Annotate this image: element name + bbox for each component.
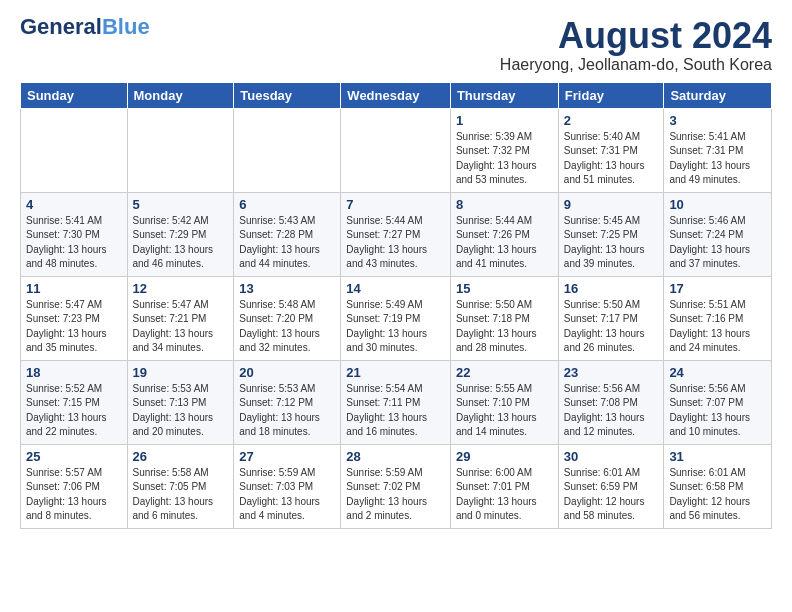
day-info: Sunrise: 6:01 AM Sunset: 6:59 PM Dayligh… <box>564 466 659 524</box>
day-info: Sunrise: 5:43 AM Sunset: 7:28 PM Dayligh… <box>239 214 335 272</box>
day-info: Sunrise: 5:49 AM Sunset: 7:19 PM Dayligh… <box>346 298 445 356</box>
day-number: 5 <box>133 197 229 212</box>
day-info: Sunrise: 5:41 AM Sunset: 7:30 PM Dayligh… <box>26 214 122 272</box>
day-number: 24 <box>669 365 766 380</box>
day-number: 30 <box>564 449 659 464</box>
day-info: Sunrise: 5:47 AM Sunset: 7:23 PM Dayligh… <box>26 298 122 356</box>
table-row: 28Sunrise: 5:59 AM Sunset: 7:02 PM Dayli… <box>341 444 451 528</box>
day-info: Sunrise: 5:42 AM Sunset: 7:29 PM Dayligh… <box>133 214 229 272</box>
table-row: 14Sunrise: 5:49 AM Sunset: 7:19 PM Dayli… <box>341 276 451 360</box>
table-row <box>21 108 128 192</box>
header-sunday: Sunday <box>21 82 128 108</box>
table-row: 9Sunrise: 5:45 AM Sunset: 7:25 PM Daylig… <box>558 192 664 276</box>
day-number: 11 <box>26 281 122 296</box>
header: GeneralBlue August 2024 Haeryong, Jeolla… <box>20 16 772 74</box>
day-info: Sunrise: 5:46 AM Sunset: 7:24 PM Dayligh… <box>669 214 766 272</box>
day-info: Sunrise: 5:45 AM Sunset: 7:25 PM Dayligh… <box>564 214 659 272</box>
header-friday: Friday <box>558 82 664 108</box>
table-row: 15Sunrise: 5:50 AM Sunset: 7:18 PM Dayli… <box>450 276 558 360</box>
location-title: Haeryong, Jeollanam-do, South Korea <box>500 56 772 74</box>
day-number: 1 <box>456 113 553 128</box>
table-row: 17Sunrise: 5:51 AM Sunset: 7:16 PM Dayli… <box>664 276 772 360</box>
table-row: 31Sunrise: 6:01 AM Sunset: 6:58 PM Dayli… <box>664 444 772 528</box>
header-thursday: Thursday <box>450 82 558 108</box>
day-info: Sunrise: 5:56 AM Sunset: 7:08 PM Dayligh… <box>564 382 659 440</box>
logo-text: GeneralBlue <box>20 16 150 38</box>
day-number: 16 <box>564 281 659 296</box>
table-row: 24Sunrise: 5:56 AM Sunset: 7:07 PM Dayli… <box>664 360 772 444</box>
day-number: 23 <box>564 365 659 380</box>
header-saturday: Saturday <box>664 82 772 108</box>
calendar-table: Sunday Monday Tuesday Wednesday Thursday… <box>20 82 772 529</box>
calendar-week-row: 4Sunrise: 5:41 AM Sunset: 7:30 PM Daylig… <box>21 192 772 276</box>
day-info: Sunrise: 5:54 AM Sunset: 7:11 PM Dayligh… <box>346 382 445 440</box>
table-row: 8Sunrise: 5:44 AM Sunset: 7:26 PM Daylig… <box>450 192 558 276</box>
table-row: 22Sunrise: 5:55 AM Sunset: 7:10 PM Dayli… <box>450 360 558 444</box>
day-number: 10 <box>669 197 766 212</box>
day-number: 31 <box>669 449 766 464</box>
table-row: 21Sunrise: 5:54 AM Sunset: 7:11 PM Dayli… <box>341 360 451 444</box>
table-row: 13Sunrise: 5:48 AM Sunset: 7:20 PM Dayli… <box>234 276 341 360</box>
day-info: Sunrise: 5:53 AM Sunset: 7:12 PM Dayligh… <box>239 382 335 440</box>
table-row <box>234 108 341 192</box>
day-info: Sunrise: 5:59 AM Sunset: 7:02 PM Dayligh… <box>346 466 445 524</box>
table-row: 25Sunrise: 5:57 AM Sunset: 7:06 PM Dayli… <box>21 444 128 528</box>
title-area: August 2024 Haeryong, Jeollanam-do, Sout… <box>500 16 772 74</box>
table-row: 1Sunrise: 5:39 AM Sunset: 7:32 PM Daylig… <box>450 108 558 192</box>
day-info: Sunrise: 5:50 AM Sunset: 7:17 PM Dayligh… <box>564 298 659 356</box>
table-row: 7Sunrise: 5:44 AM Sunset: 7:27 PM Daylig… <box>341 192 451 276</box>
day-info: Sunrise: 6:00 AM Sunset: 7:01 PM Dayligh… <box>456 466 553 524</box>
day-number: 14 <box>346 281 445 296</box>
day-number: 13 <box>239 281 335 296</box>
day-number: 15 <box>456 281 553 296</box>
day-number: 8 <box>456 197 553 212</box>
day-number: 12 <box>133 281 229 296</box>
calendar-week-row: 18Sunrise: 5:52 AM Sunset: 7:15 PM Dayli… <box>21 360 772 444</box>
day-number: 25 <box>26 449 122 464</box>
table-row: 30Sunrise: 6:01 AM Sunset: 6:59 PM Dayli… <box>558 444 664 528</box>
table-row <box>127 108 234 192</box>
header-tuesday: Tuesday <box>234 82 341 108</box>
table-row: 19Sunrise: 5:53 AM Sunset: 7:13 PM Dayli… <box>127 360 234 444</box>
day-number: 29 <box>456 449 553 464</box>
day-info: Sunrise: 5:48 AM Sunset: 7:20 PM Dayligh… <box>239 298 335 356</box>
day-number: 17 <box>669 281 766 296</box>
table-row: 29Sunrise: 6:00 AM Sunset: 7:01 PM Dayli… <box>450 444 558 528</box>
day-info: Sunrise: 5:40 AM Sunset: 7:31 PM Dayligh… <box>564 130 659 188</box>
table-row: 18Sunrise: 5:52 AM Sunset: 7:15 PM Dayli… <box>21 360 128 444</box>
table-row: 12Sunrise: 5:47 AM Sunset: 7:21 PM Dayli… <box>127 276 234 360</box>
logo-accent: Blue <box>102 14 150 39</box>
day-number: 6 <box>239 197 335 212</box>
table-row: 20Sunrise: 5:53 AM Sunset: 7:12 PM Dayli… <box>234 360 341 444</box>
day-number: 9 <box>564 197 659 212</box>
day-info: Sunrise: 5:57 AM Sunset: 7:06 PM Dayligh… <box>26 466 122 524</box>
day-info: Sunrise: 5:44 AM Sunset: 7:26 PM Dayligh… <box>456 214 553 272</box>
day-number: 18 <box>26 365 122 380</box>
day-number: 21 <box>346 365 445 380</box>
month-title: August 2024 <box>500 16 772 56</box>
table-row: 4Sunrise: 5:41 AM Sunset: 7:30 PM Daylig… <box>21 192 128 276</box>
calendar-week-row: 1Sunrise: 5:39 AM Sunset: 7:32 PM Daylig… <box>21 108 772 192</box>
calendar-week-row: 11Sunrise: 5:47 AM Sunset: 7:23 PM Dayli… <box>21 276 772 360</box>
table-row: 26Sunrise: 5:58 AM Sunset: 7:05 PM Dayli… <box>127 444 234 528</box>
table-row: 27Sunrise: 5:59 AM Sunset: 7:03 PM Dayli… <box>234 444 341 528</box>
day-info: Sunrise: 5:55 AM Sunset: 7:10 PM Dayligh… <box>456 382 553 440</box>
header-monday: Monday <box>127 82 234 108</box>
table-row: 6Sunrise: 5:43 AM Sunset: 7:28 PM Daylig… <box>234 192 341 276</box>
header-wednesday: Wednesday <box>341 82 451 108</box>
day-info: Sunrise: 5:59 AM Sunset: 7:03 PM Dayligh… <box>239 466 335 524</box>
weekday-header-row: Sunday Monday Tuesday Wednesday Thursday… <box>21 82 772 108</box>
day-number: 22 <box>456 365 553 380</box>
table-row <box>341 108 451 192</box>
day-number: 28 <box>346 449 445 464</box>
table-row: 16Sunrise: 5:50 AM Sunset: 7:17 PM Dayli… <box>558 276 664 360</box>
day-number: 20 <box>239 365 335 380</box>
table-row: 2Sunrise: 5:40 AM Sunset: 7:31 PM Daylig… <box>558 108 664 192</box>
day-number: 3 <box>669 113 766 128</box>
day-info: Sunrise: 5:41 AM Sunset: 7:31 PM Dayligh… <box>669 130 766 188</box>
day-number: 2 <box>564 113 659 128</box>
calendar-week-row: 25Sunrise: 5:57 AM Sunset: 7:06 PM Dayli… <box>21 444 772 528</box>
day-info: Sunrise: 5:52 AM Sunset: 7:15 PM Dayligh… <box>26 382 122 440</box>
day-number: 4 <box>26 197 122 212</box>
table-row: 23Sunrise: 5:56 AM Sunset: 7:08 PM Dayli… <box>558 360 664 444</box>
